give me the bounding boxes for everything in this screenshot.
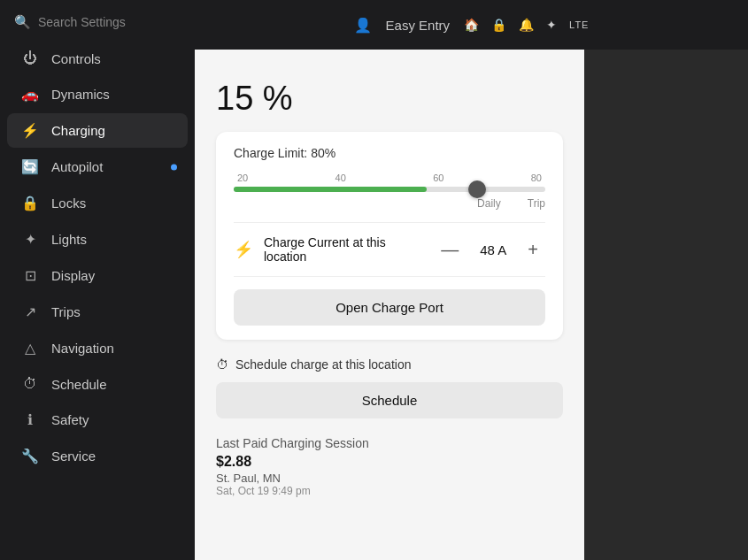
controls-label: Controls [51,51,101,66]
service-icon: 🔧 [21,448,39,464]
safety-label: Safety [51,412,89,427]
divider-2 [234,276,545,277]
slider-fill [234,187,427,192]
sidebar-item-navigation[interactable]: △ Navigation [7,331,188,365]
last-paid-section: Last Paid Charging Session $2.88 St. Pau… [216,436,563,497]
sidebar-item-schedule[interactable]: ⏱ Schedule [7,367,188,401]
signal-icon: LTE [569,19,589,30]
charge-current-label: Charge Current at this location [264,235,423,264]
charging-icon: ⚡ [21,122,39,139]
lights-icon: ✦ [21,231,39,248]
charge-current-controls: — 48 A + [434,236,545,264]
clock-icon: ⏱ [216,357,228,372]
last-paid-title: Last Paid Charging Session [216,436,563,450]
sidebar-item-safety[interactable]: ℹ Safety [7,403,188,437]
sidebar: 🔍 Search Settings ⏻ Controls 🚗 Dynamics … [0,0,195,560]
tick-40: 40 [335,173,346,183]
controls-icon: ⏻ [21,50,39,66]
service-label: Service [51,449,96,464]
safety-icon: ℹ [21,411,39,428]
sidebar-item-autopilot[interactable]: 🔄 Autopilot [7,150,188,184]
charge-limit-label: Charge Limit: 80% [234,146,545,160]
autopilot-dot [171,164,177,170]
locks-icon: 🔒 [21,195,39,211]
slider-ticks: 20 40 60 80 [234,173,545,183]
schedule-section: ⏱ Schedule charge at this location Sched… [216,357,563,418]
sidebar-item-trips[interactable]: ↗ Trips [7,295,188,329]
search-bar[interactable]: 🔍 Search Settings [0,7,195,41]
lock-icon: 🔒 [491,18,506,32]
charge-current-row: ⚡ Charge Current at this location — 48 A… [234,235,545,264]
charge-slider-track[interactable] [234,187,545,192]
open-charge-port-button[interactable]: Open Charge Port [234,289,545,326]
status-icons: 🏠 🔒 🔔 ✦ LTE [464,18,589,32]
right-panel [584,0,748,560]
easy-entry-label: Easy Entry [386,18,451,33]
sidebar-item-controls[interactable]: ⏻ Controls [7,42,188,75]
sidebar-item-locks[interactable]: 🔒 Locks [7,186,188,220]
charging-label: Charging [51,123,105,138]
main-content: 15 % Charge Limit: 80% 20 40 60 80 Daily… [195,0,584,560]
lights-label: Lights [51,232,87,247]
increase-current-button[interactable]: + [521,236,545,264]
schedule-label: Schedule [51,377,107,392]
display-label: Display [51,268,95,283]
schedule-button[interactable]: Schedule [216,382,563,418]
top-bar: 👤 Easy Entry 🏠 🔒 🔔 ✦ LTE [195,0,748,50]
trip-label: Trip [528,197,545,210]
plug-icon: ⚡ [234,240,253,259]
current-value: 48 A [480,242,506,257]
sidebar-item-charging[interactable]: ⚡ Charging [7,113,188,148]
search-icon: 🔍 [14,14,31,30]
locks-label: Locks [51,196,86,211]
sidebar-item-service[interactable]: 🔧 Service [7,439,188,473]
sidebar-item-lights[interactable]: ✦ Lights [7,222,188,257]
dynamics-icon: 🚗 [21,86,39,103]
schedule-charge-text: Schedule charge at this location [235,357,411,372]
profile-icon: 👤 [354,17,372,34]
trips-label: Trips [51,304,81,319]
home-icon: 🏠 [464,18,479,32]
last-paid-amount: $2.88 [216,454,563,470]
last-paid-date: Sat, Oct 19 9:49 pm [216,485,563,497]
tick-60: 60 [433,173,443,183]
display-icon: ⊡ [21,267,39,284]
bluetooth-icon: ✦ [546,18,557,32]
charge-card: Charge Limit: 80% 20 40 60 80 Daily Trip… [216,132,563,340]
navigation-label: Navigation [51,341,114,356]
search-label: Search Settings [38,15,126,29]
navigation-icon: △ [21,340,39,357]
slider-thumb[interactable] [468,180,486,198]
tick-80: 80 [531,173,542,183]
last-paid-location: St. Paul, MN [216,472,563,485]
dynamics-label: Dynamics [51,87,110,102]
autopilot-label: Autopilot [51,159,103,174]
decrease-current-button[interactable]: — [434,236,466,264]
schedule-charge-label: ⏱ Schedule charge at this location [216,357,563,372]
schedule-icon: ⏱ [21,376,39,392]
daily-label: Daily [477,197,501,210]
slider-range-labels: Daily Trip [234,197,545,210]
tick-20: 20 [237,173,248,183]
autopilot-icon: 🔄 [21,158,39,175]
sidebar-item-display[interactable]: ⊡ Display [7,258,188,293]
divider-1 [234,222,545,223]
bell-icon: 🔔 [519,18,534,32]
battery-percentage: 15 % [216,80,563,118]
sidebar-item-dynamics[interactable]: 🚗 Dynamics [7,77,188,111]
trips-icon: ↗ [21,303,39,320]
